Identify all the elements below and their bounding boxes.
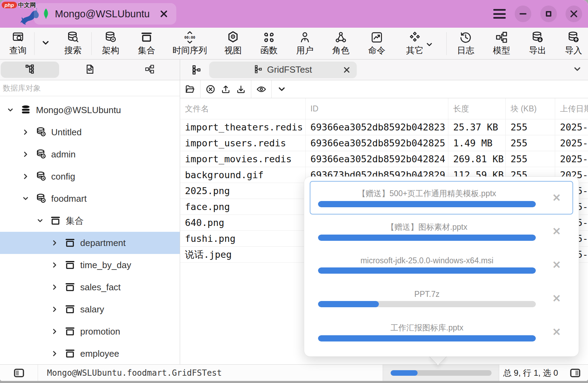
chevron-down-button[interactable] [274, 84, 289, 94]
tree-item-foodmart[interactable]: foodmart [0, 188, 180, 210]
chevron-down-icon [40, 38, 51, 49]
upload-item-close-icon[interactable]: ✕ [549, 327, 564, 337]
chevron-right-icon[interactable] [50, 261, 59, 269]
eye-icon [256, 84, 267, 94]
column-header[interactable]: 块 (KB) [506, 98, 555, 119]
chevron-right-icon[interactable] [50, 349, 59, 358]
collection-icon [64, 304, 76, 315]
upload-button[interactable] [218, 84, 233, 94]
upload-item-close-icon[interactable]: ✕ [549, 193, 564, 203]
table-row[interactable]: import_movies.redis69366ea3052db8592b042… [180, 151, 588, 167]
gridfs-toolbar-group [180, 80, 200, 98]
window-close-button[interactable] [566, 6, 582, 22]
maximize-button[interactable] [540, 6, 557, 22]
column-header[interactable]: ID [306, 98, 448, 119]
upload-filename: 【赠送】500+页工作通用精美模板.pptx [318, 188, 536, 199]
chevron-right-icon[interactable] [50, 327, 59, 336]
chevron-right-icon[interactable] [50, 239, 59, 247]
toolbar-button-导入[interactable]: 导入 [556, 28, 588, 59]
sidebar-tab-model[interactable] [121, 62, 179, 78]
upload-item-close-icon[interactable]: ✕ [549, 226, 564, 237]
tree-item-department[interactable]: department [0, 232, 180, 254]
column-header[interactable]: 长度 [448, 98, 506, 119]
tree-item-promotion[interactable]: promotion [0, 320, 180, 343]
tree-icon [25, 64, 35, 76]
chevron-right-icon[interactable] [50, 283, 59, 291]
table-row[interactable]: import_users.redis69366ea3052db8592b0428… [180, 135, 588, 151]
chevron-down-icon[interactable] [572, 64, 582, 76]
cancel-button[interactable] [203, 84, 218, 94]
statusbar-progress-section [383, 365, 499, 381]
log-icon [459, 31, 472, 44]
upload-item[interactable]: microsoft-jdk-25.0.0-windows-x64.msi✕ [310, 248, 573, 282]
open-folder-icon [185, 84, 195, 94]
gridfs-icon [254, 65, 263, 75]
chevron-right-icon[interactable] [50, 305, 59, 313]
chevron-down-icon[interactable] [6, 106, 15, 114]
tree-item-config[interactable]: config [0, 165, 180, 188]
toggle-left-panel-button[interactable] [0, 365, 38, 381]
upload-item-close-icon[interactable]: ✕ [549, 260, 564, 270]
toolbar-button-架构[interactable]: 架构 [93, 28, 129, 59]
table-row[interactable]: import_theaters.redis69366ea3052db8592b0… [180, 119, 588, 135]
eye-button[interactable] [254, 84, 269, 94]
upload-item[interactable]: 【赠送】500+页工作通用精美模板.pptx✕ [310, 181, 573, 215]
tree-item-label: foodmart [51, 193, 87, 204]
sidebar-tab-script[interactable] [60, 62, 119, 78]
toolbar-button-视图[interactable]: 视图 [215, 28, 251, 59]
upload-item[interactable]: PPT.7z✕ [310, 282, 573, 315]
table-cell: 25.37 KB [448, 119, 506, 135]
toolbar-button-函数[interactable]: 函数 [251, 28, 287, 59]
upload-progressbar [391, 370, 492, 376]
toolbar-dropdown-button[interactable] [36, 28, 56, 59]
toolbar-button-时间序列[interactable]: 00:00时间序列 [165, 28, 215, 59]
hamburger-icon[interactable] [491, 8, 508, 20]
minimize-button[interactable] [515, 6, 531, 22]
server-icon [20, 104, 31, 116]
tree-item-time_by_day[interactable]: time_by_day [0, 254, 180, 276]
tab-close-icon[interactable] [343, 66, 351, 74]
column-header[interactable]: 上传日期 [555, 98, 588, 119]
tree-item-集合[interactable]: 集合 [0, 210, 180, 232]
upload-item[interactable]: 工作汇报图标库.pptx✕ [310, 315, 573, 349]
toolbar-button-搜索[interactable]: 搜索 [56, 28, 90, 59]
toolbar-button-查询[interactable]: 查询 [3, 28, 33, 59]
connection-tab[interactable]: Mongo@WSLUbuntu [34, 3, 176, 25]
toolbar-button-日志[interactable]: 日志 [448, 28, 484, 59]
tree-item-Mongo@WSLUbuntu[interactable]: Mongo@WSLUbuntu [0, 99, 180, 121]
toolbar-button-用户[interactable]: 用户 [287, 28, 323, 59]
tree-item-employee[interactable]: employee [0, 343, 180, 364]
toolbar-button-其它[interactable]: 其它 [395, 28, 445, 59]
chevron-right-icon[interactable] [21, 128, 30, 136]
cancel-icon [205, 84, 216, 94]
tab-gridfstest[interactable]: GridFSTest [209, 62, 357, 78]
upload-item-close-icon[interactable]: ✕ [549, 293, 564, 304]
breadcrumb-path: Mongo@WSLUbuntu.foodmart.GridFSTest [38, 365, 383, 381]
tree-item-sales_fact[interactable]: sales_fact [0, 276, 180, 298]
tree-item-salary[interactable]: salary [0, 298, 180, 320]
chevron-right-icon[interactable] [21, 172, 30, 181]
main-toolbar: 查询搜索架构集合00:00时间序列视图函数用户角色命令其它日志模型导出导入 [0, 28, 588, 60]
collection-icon [64, 237, 76, 249]
open-folder-button[interactable] [183, 84, 198, 94]
tree-item-label: sales_fact [80, 282, 121, 293]
tab-close-icon[interactable] [159, 9, 168, 18]
tree-item-admin[interactable]: admin [0, 143, 180, 165]
toolbar-button-模型[interactable]: 模型 [484, 28, 520, 59]
toolbar-button-label: 导出 [529, 45, 546, 56]
chevron-down-icon[interactable] [21, 194, 30, 203]
sidebar-tab-tree[interactable] [1, 62, 59, 78]
upload-item[interactable]: 【赠送】图标素材.pptx✕ [310, 215, 573, 248]
close-icon [570, 10, 578, 18]
toolbar-button-集合[interactable]: 集合 [129, 28, 165, 59]
column-header[interactable]: 文件名 [180, 98, 306, 119]
download-button[interactable] [233, 84, 249, 94]
chevron-right-icon[interactable] [21, 150, 30, 158]
upload-filename: PPT.7z [318, 290, 536, 299]
chevron-down-icon[interactable] [36, 217, 45, 225]
tree-item-Untitled[interactable]: Untitled [0, 121, 180, 143]
toggle-right-panel-button[interactable] [562, 365, 588, 381]
toolbar-button-导出[interactable]: 导出 [520, 28, 556, 59]
toolbar-button-角色[interactable]: 角色 [323, 28, 359, 59]
toolbar-button-命令[interactable]: 命令 [359, 28, 395, 59]
